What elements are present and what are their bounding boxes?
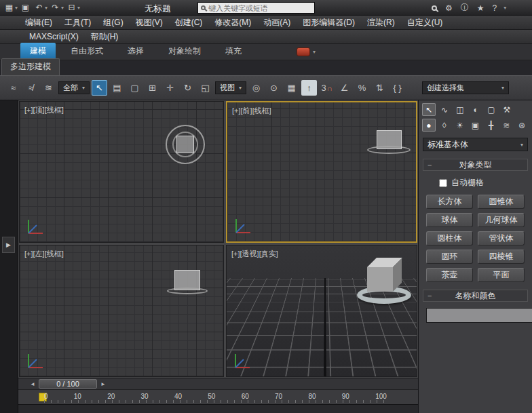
object-type-rollout-header[interactable]: − 对象类型 bbox=[423, 159, 528, 171]
spinner-snap-icon[interactable]: ⇅ bbox=[372, 80, 387, 96]
window-crossing-icon[interactable]: ⊞ bbox=[145, 80, 160, 96]
selection-filter-dropdown[interactable]: 全部 ▾ bbox=[58, 81, 90, 94]
menu-rendering[interactable]: 渲染(R) bbox=[361, 16, 401, 29]
torus-button[interactable]: 圆环 bbox=[426, 250, 473, 264]
use-pivot-center-icon[interactable]: ◎ bbox=[248, 80, 264, 96]
named-selection-dropdown[interactable]: 创建选择集 ▾ bbox=[422, 81, 509, 94]
select-and-link-icon[interactable]: ≈ bbox=[5, 80, 21, 96]
viewport-perspective[interactable]: [+][透视][真实] bbox=[226, 245, 417, 377]
viewport-label[interactable]: [+][左][线框] bbox=[24, 249, 64, 259]
pyramid-button[interactable]: 四棱锥 bbox=[478, 250, 525, 264]
chevron-down-icon[interactable]: ▾ bbox=[77, 5, 80, 11]
shapes-category-icon[interactable]: ◊ bbox=[438, 119, 451, 132]
viewport-label[interactable]: [+][顶][线框] bbox=[24, 105, 64, 115]
ribbon-tab-object-paint[interactable]: 对象绘制 bbox=[159, 43, 210, 60]
previous-frame-button[interactable]: ◄ bbox=[28, 379, 37, 389]
search-icon[interactable] bbox=[432, 5, 437, 11]
create-tab-icon[interactable]: ↖ bbox=[422, 103, 436, 116]
selection-region-icon[interactable]: ▢ bbox=[127, 80, 142, 96]
viewport-top[interactable]: [+][顶][线框] bbox=[19, 101, 224, 243]
ribbon-tab-populate[interactable]: 填充 bbox=[216, 43, 251, 60]
sphere-button[interactable]: 球体 bbox=[426, 213, 473, 227]
next-frame-button[interactable]: ► bbox=[98, 379, 108, 389]
viewport-label[interactable]: [+][前][线框] bbox=[232, 106, 271, 116]
reference-coordinate-dropdown[interactable]: 视图 ▾ bbox=[215, 81, 246, 94]
menu-tools[interactable]: 工具(T) bbox=[58, 16, 97, 29]
menu-customize[interactable]: 自定义(U) bbox=[401, 16, 449, 29]
autogrid-checkbox[interactable] bbox=[439, 179, 447, 187]
select-and-scale-icon[interactable]: ◱ bbox=[197, 80, 213, 96]
viewport-label[interactable]: [+][透视][真实] bbox=[231, 249, 278, 259]
chevron-down-icon[interactable]: ▾ bbox=[15, 5, 18, 11]
viewport-front-active[interactable]: [+][前][线框] bbox=[226, 101, 417, 243]
motion-tab-icon[interactable]: ◐ bbox=[469, 103, 482, 116]
menu-create[interactable]: 创建(C) bbox=[169, 16, 209, 29]
chevron-down-icon[interactable]: ▾ bbox=[45, 5, 48, 11]
primitive-category-dropdown[interactable]: 标准基本体 ▾ bbox=[423, 138, 528, 151]
snap-3d-icon[interactable]: 3 ∩ bbox=[319, 80, 335, 96]
helpers-category-icon[interactable]: ╋ bbox=[484, 119, 497, 132]
undo-icon[interactable]: ↶ bbox=[33, 1, 45, 14]
snaps-toggle-icon[interactable]: ↑ bbox=[301, 80, 317, 96]
modify-tab-icon[interactable]: ∿ bbox=[438, 103, 451, 116]
menu-help[interactable]: 帮助(H) bbox=[85, 30, 125, 43]
systems-category-icon[interactable]: ⊛ bbox=[515, 119, 529, 132]
geosphere-button[interactable]: 几何球体 bbox=[478, 213, 525, 227]
cone-button[interactable]: 圆锥体 bbox=[478, 195, 525, 209]
hierarchy-tab-icon[interactable]: ◫ bbox=[453, 103, 467, 116]
ribbon-config-icon[interactable] bbox=[297, 47, 310, 56]
settings-wrench-icon[interactable]: ⚙ bbox=[445, 3, 453, 13]
menu-modifiers[interactable]: 修改器(M) bbox=[208, 16, 257, 29]
angle-snap-icon[interactable]: ∠ bbox=[337, 80, 352, 96]
utilities-tab-icon[interactable]: ⚒ bbox=[500, 103, 514, 116]
bind-to-spacewarp-icon[interactable]: ≋ bbox=[41, 80, 56, 96]
menu-animation[interactable]: 动画(A) bbox=[257, 16, 297, 29]
select-and-manipulate-icon[interactable]: ⊙ bbox=[266, 80, 282, 96]
track-bar[interactable]: 0 10 20 30 40 50 60 70 80 90 100 bbox=[18, 390, 418, 405]
viewport-left[interactable]: [+][左][线框] bbox=[19, 245, 224, 377]
time-slider[interactable]: ◄ 0 / 100 ► bbox=[18, 378, 418, 390]
object-name-input[interactable] bbox=[426, 308, 532, 323]
infocenter-search-box[interactable] bbox=[197, 2, 315, 14]
chevron-down-icon[interactable]: ▾ bbox=[313, 49, 316, 55]
plane-button[interactable]: 平面 bbox=[478, 268, 525, 282]
select-and-rotate-icon[interactable]: ↻ bbox=[180, 80, 195, 96]
help-icon[interactable]: ? bbox=[493, 3, 497, 13]
cameras-category-icon[interactable]: ▣ bbox=[469, 119, 482, 132]
unlink-selection-icon[interactable]: ≉ bbox=[23, 80, 39, 96]
tab-polygon-modeling[interactable]: 多边形建模 bbox=[1, 58, 60, 75]
favorites-icon[interactable]: ★ bbox=[477, 3, 484, 13]
chevron-down-icon[interactable]: ▾ bbox=[61, 5, 64, 11]
select-object-icon[interactable]: ↖ bbox=[92, 80, 107, 96]
edit-named-selections-icon[interactable]: { } bbox=[390, 80, 405, 96]
menu-views[interactable]: 视图(V) bbox=[130, 16, 169, 29]
application-menu-icon[interactable]: ▦ bbox=[3, 1, 16, 14]
select-by-name-icon[interactable]: ▤ bbox=[109, 80, 125, 96]
ribbon-tab-freeform[interactable]: 自由形式 bbox=[61, 43, 113, 60]
percent-snap-icon[interactable]: % bbox=[354, 80, 370, 96]
spacewarps-category-icon[interactable]: ≋ bbox=[499, 119, 513, 132]
box-button[interactable]: 长方体 bbox=[426, 195, 473, 209]
tube-button[interactable]: 管状体 bbox=[478, 231, 525, 245]
search-input[interactable] bbox=[208, 4, 311, 12]
project-folder-icon[interactable]: ⊟ bbox=[65, 1, 78, 14]
menu-graph-editors[interactable]: 图形编辑器(D) bbox=[297, 16, 361, 29]
name-color-rollout-header[interactable]: − 名称和颜色 bbox=[423, 290, 528, 302]
menu-maxscript[interactable]: MAXScript(X) bbox=[23, 30, 85, 43]
redo-icon[interactable]: ↷ bbox=[49, 1, 62, 14]
ribbon-tab-modeling[interactable]: 建模 bbox=[20, 43, 56, 60]
time-slider-handle[interactable]: 0 / 100 bbox=[39, 379, 97, 389]
display-tab-icon[interactable]: ▢ bbox=[484, 103, 498, 116]
menu-edit[interactable]: 编辑(E) bbox=[19, 16, 58, 29]
ribbon-tab-selection[interactable]: 选择 bbox=[118, 43, 153, 60]
lights-category-icon[interactable]: ☀ bbox=[453, 119, 467, 132]
select-and-move-icon[interactable]: ✛ bbox=[162, 80, 178, 96]
keyboard-override-icon[interactable]: ▦ bbox=[284, 80, 299, 96]
teapot-button[interactable]: 茶壶 bbox=[426, 268, 473, 282]
menu-group[interactable]: 组(G) bbox=[97, 16, 129, 29]
cylinder-button[interactable]: 圆柱体 bbox=[426, 231, 473, 245]
chevron-down-icon[interactable]: ▾ bbox=[504, 5, 506, 11]
expand-panel-button[interactable]: ▶ bbox=[2, 237, 15, 253]
communication-center-icon[interactable]: ⓘ bbox=[461, 2, 469, 14]
geometry-category-icon[interactable]: ● bbox=[422, 119, 436, 132]
